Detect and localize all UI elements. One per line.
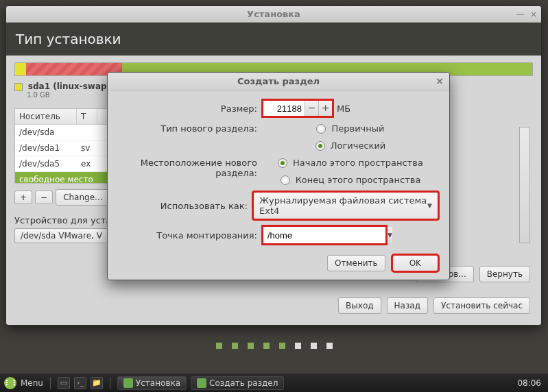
radio-icon <box>315 141 325 151</box>
decrement-button[interactable]: − <box>305 101 318 116</box>
add-partition-button[interactable]: + <box>14 191 32 204</box>
radio-begin[interactable]: Начало этого пространства <box>278 158 423 168</box>
terminal-icon[interactable]: ›_ <box>74 377 86 389</box>
radio-logical[interactable]: Логический <box>315 140 386 151</box>
minimize-icon[interactable]: — <box>516 10 525 19</box>
show-desktop-icon[interactable]: ▭ <box>58 377 70 389</box>
ok-button[interactable]: OK <box>392 255 438 271</box>
dot <box>311 343 317 349</box>
close-icon[interactable]: × <box>436 75 444 86</box>
dot <box>326 343 333 349</box>
mount-point-combo[interactable]: ▼ <box>263 226 386 244</box>
revert-button[interactable]: Вернуть <box>479 266 530 282</box>
radio-end[interactable]: Конец этого пространства <box>281 175 421 185</box>
dot <box>232 343 238 349</box>
partition-swap[interactable] <box>15 63 26 75</box>
boot-device-combo[interactable]: /dev/sda VMware, V <box>14 228 110 243</box>
titlebar[interactable]: Установка — × <box>6 6 541 23</box>
device-table[interactable]: Носитель Т /dev/sda /dev/sda1sv /dev/sda… <box>14 108 110 184</box>
dot <box>295 343 301 349</box>
use-as-label: Использовать как: <box>119 201 253 211</box>
back-button[interactable]: Назад <box>387 297 428 314</box>
table-row-selected[interactable]: свободное место <box>15 172 110 184</box>
dot <box>248 343 254 349</box>
remove-partition-button[interactable]: − <box>35 191 53 204</box>
dialog-title: Создать раздел <box>237 76 320 86</box>
app-icon <box>197 378 206 388</box>
table-row[interactable]: /dev/sda5ex <box>15 156 110 172</box>
size-input[interactable] <box>263 101 305 116</box>
increment-button[interactable]: + <box>318 101 332 116</box>
dot <box>263 343 270 349</box>
table-row[interactable]: /dev/sda <box>15 125 110 140</box>
install-button[interactable]: Установить сейчас <box>433 297 530 314</box>
radio-icon <box>316 124 326 134</box>
header: Тип установки <box>6 23 541 56</box>
chevron-down-icon: ▼ <box>427 202 432 209</box>
size-unit: МБ <box>337 103 350 114</box>
col-type[interactable]: Т <box>77 109 97 124</box>
dot <box>216 343 222 349</box>
mount-point-input[interactable] <box>263 230 387 241</box>
change-button[interactable]: Change... <box>56 189 110 206</box>
type-label: Тип нового раздела: <box>119 123 263 134</box>
filesystem-dropdown[interactable]: Журналируемая файловая система Ext4 ▼ <box>253 192 438 219</box>
radio-icon <box>281 175 290 185</box>
cancel-button[interactable]: Отменить <box>327 255 385 271</box>
scrollbar[interactable] <box>519 127 530 243</box>
clock[interactable]: 08:06 <box>517 378 544 388</box>
mint-menu-icon[interactable]: ⋮⋮ <box>4 377 16 389</box>
page-title: Тип установки <box>16 31 532 47</box>
mount-point-label: Точка монтирования: <box>119 230 263 241</box>
task-create-partition[interactable]: Создать раздел <box>191 376 284 390</box>
chevron-down-icon[interactable]: ▼ <box>387 227 392 243</box>
col-device[interactable]: Носитель <box>15 109 77 124</box>
create-partition-dialog: Создать раздел × Размер: − + МБ Тип ново… <box>107 72 450 280</box>
radio-icon <box>278 158 287 168</box>
location-label: Местоположение нового раздела: <box>119 158 263 178</box>
menu-button[interactable]: Menu <box>21 378 43 388</box>
files-icon[interactable]: 📁 <box>91 377 103 389</box>
table-row[interactable]: /dev/sda1sv <box>15 140 110 156</box>
progress-dots <box>0 343 548 349</box>
close-icon[interactable]: × <box>530 10 537 19</box>
size-label: Размер: <box>119 103 263 114</box>
radio-primary[interactable]: Первичный <box>316 123 384 134</box>
app-icon <box>123 378 133 388</box>
swatch-yellow-icon <box>14 83 23 91</box>
size-spinbox[interactable]: − + <box>263 100 333 117</box>
nav-buttons: Выход Назад Установить сейчас <box>338 297 530 314</box>
dialog-title-bar[interactable]: Создать раздел × <box>108 73 449 90</box>
window-title: Установка <box>186 9 361 19</box>
dot <box>279 343 285 349</box>
exit-button[interactable]: Выход <box>338 297 381 314</box>
taskbar[interactable]: ⋮⋮ Menu ▭ ›_ 📁 Установка Создать раздел … <box>0 373 548 392</box>
task-install[interactable]: Установка <box>117 376 187 390</box>
